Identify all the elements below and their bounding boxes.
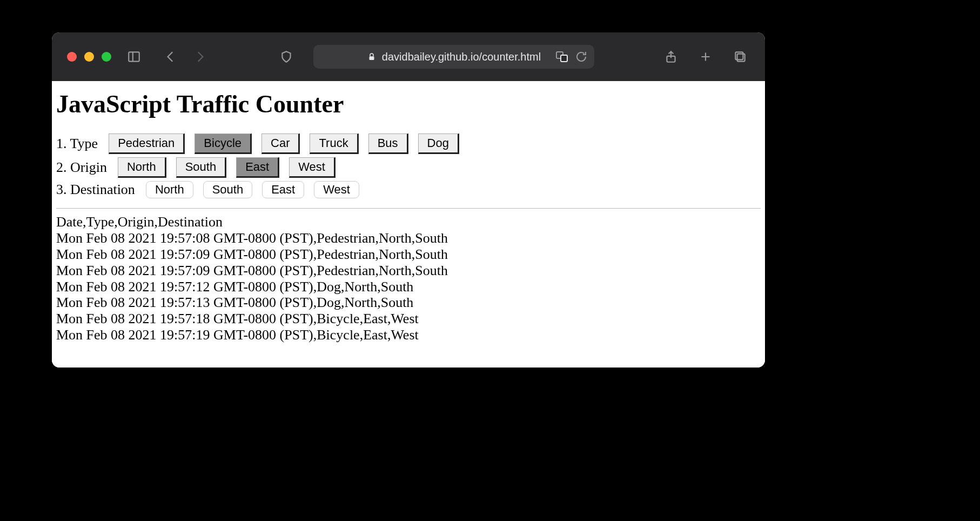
log-line: Mon Feb 08 2021 19:57:13 GMT-0800 (PST),… xyxy=(56,295,761,311)
back-button[interactable] xyxy=(161,47,180,66)
type-label: 1. Type xyxy=(56,136,98,152)
destination-label: 3. Destination xyxy=(56,182,135,198)
fullscreen-window-button[interactable] xyxy=(102,52,111,62)
log-line: Mon Feb 08 2021 19:57:08 GMT-0800 (PST),… xyxy=(56,230,761,246)
lock-icon xyxy=(367,52,377,62)
origin-row: 2. Origin North South East West xyxy=(56,157,761,178)
destination-option-north[interactable]: North xyxy=(146,181,193,198)
privacy-shield-icon[interactable] xyxy=(277,47,296,66)
origin-label: 2. Origin xyxy=(56,159,107,176)
origin-option-south[interactable]: South xyxy=(176,157,227,178)
sidebar-toggle-icon[interactable] xyxy=(124,47,144,66)
destination-row: 3. Destination North South East West xyxy=(56,181,761,198)
log-output: Date,Type,Origin,Destination Mon Feb 08 … xyxy=(56,214,761,343)
share-icon[interactable] xyxy=(661,47,681,66)
log-line: Mon Feb 08 2021 19:57:09 GMT-0800 (PST),… xyxy=(56,263,761,279)
svg-rect-9 xyxy=(735,52,743,59)
type-row: 1. Type Pedestrian Bicycle Car Truck Bus… xyxy=(56,133,761,154)
divider xyxy=(56,208,761,209)
reload-icon[interactable] xyxy=(575,50,588,63)
type-option-truck[interactable]: Truck xyxy=(310,133,358,154)
address-bar[interactable]: davidbailey.github.io/counter.html xyxy=(313,45,594,69)
page-content: JavaScript Traffic Counter 1. Type Pedes… xyxy=(52,81,765,368)
window-controls xyxy=(67,52,111,62)
close-window-button[interactable] xyxy=(67,52,77,62)
destination-option-east[interactable]: East xyxy=(262,181,304,198)
minimize-window-button[interactable] xyxy=(84,52,94,62)
log-line: Mon Feb 08 2021 19:57:19 GMT-0800 (PST),… xyxy=(56,327,761,343)
type-option-dog[interactable]: Dog xyxy=(418,133,459,154)
page-title: JavaScript Traffic Counter xyxy=(56,90,761,118)
tabs-overview-icon[interactable] xyxy=(730,47,750,66)
log-line: Mon Feb 08 2021 19:57:18 GMT-0800 (PST),… xyxy=(56,311,761,327)
log-line: Mon Feb 08 2021 19:57:12 GMT-0800 (PST),… xyxy=(56,279,761,295)
log-line: Mon Feb 08 2021 19:57:09 GMT-0800 (PST),… xyxy=(56,246,761,263)
browser-window: davidbailey.github.io/counter.html xyxy=(52,32,765,368)
url-text: davidbailey.github.io/counter.html xyxy=(382,51,541,63)
svg-rect-2 xyxy=(369,56,374,60)
type-option-pedestrian[interactable]: Pedestrian xyxy=(109,133,185,154)
destination-option-west[interactable]: West xyxy=(314,181,359,198)
log-header: Date,Type,Origin,Destination xyxy=(56,214,761,230)
destination-option-south[interactable]: South xyxy=(203,181,253,198)
origin-option-north[interactable]: North xyxy=(118,157,166,178)
svg-rect-0 xyxy=(129,52,139,61)
translate-icon[interactable] xyxy=(555,50,568,63)
new-tab-icon[interactable] xyxy=(696,47,715,66)
type-option-bicycle[interactable]: Bicycle xyxy=(194,133,252,154)
origin-option-west[interactable]: West xyxy=(289,157,335,178)
origin-option-east[interactable]: East xyxy=(236,157,279,178)
svg-rect-4 xyxy=(561,55,567,62)
svg-rect-8 xyxy=(737,54,745,62)
type-option-car[interactable]: Car xyxy=(261,133,300,154)
type-option-bus[interactable]: Bus xyxy=(368,133,408,154)
forward-button xyxy=(190,47,210,66)
titlebar: davidbailey.github.io/counter.html xyxy=(52,32,765,81)
